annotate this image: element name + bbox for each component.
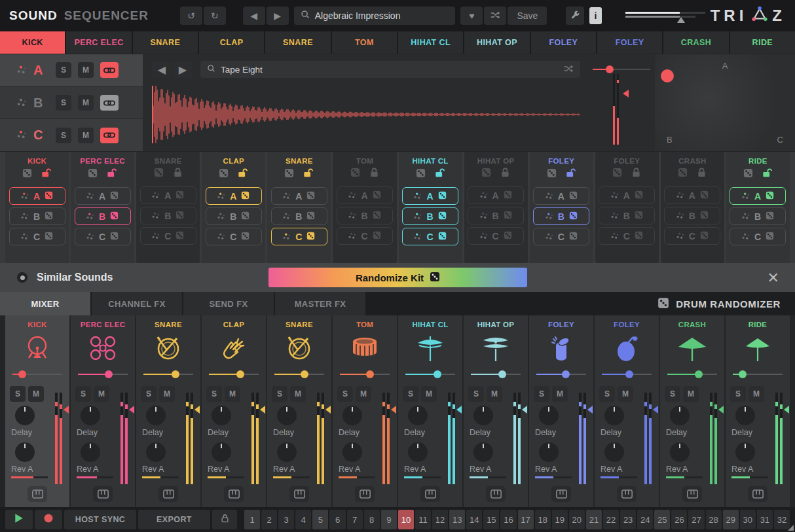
channel-solo-button[interactable]: S (730, 386, 746, 402)
play-button[interactable] (5, 510, 33, 529)
layer-slot-b[interactable]: B (206, 207, 262, 225)
slot-randomize-button[interactable] (569, 211, 578, 222)
reverb-send-knob[interactable] (15, 442, 35, 462)
layer-link-button[interactable] (100, 95, 119, 111)
column-randomize-button[interactable] (22, 168, 32, 181)
step-10[interactable]: 10 (398, 510, 414, 529)
channel-solo-button[interactable]: S (665, 386, 680, 402)
step-31[interactable]: 31 (757, 510, 773, 529)
next-preset-button[interactable]: ▶ (267, 7, 289, 25)
layer-slot-b[interactable]: B (468, 207, 524, 224)
settings-button[interactable] (566, 7, 584, 25)
channel-mute-button[interactable]: M (94, 386, 109, 402)
layer-slot-a[interactable]: A (730, 187, 786, 205)
layer-slot-c[interactable]: C (206, 228, 262, 245)
channel-mute-button[interactable]: M (421, 386, 437, 402)
layer-slot-a[interactable]: A (271, 187, 327, 205)
step-4[interactable]: 4 (295, 510, 311, 529)
layer-solo-button[interactable]: S (56, 62, 71, 78)
delay-send-knob[interactable] (539, 406, 559, 425)
slot-randomize-button[interactable] (110, 190, 119, 202)
delay-send-knob[interactable] (146, 406, 166, 425)
slot-randomize-button[interactable] (700, 190, 709, 202)
shuffle-preset-button[interactable] (484, 7, 506, 25)
layer-slot-c[interactable]: C (140, 227, 196, 245)
slot-randomize-button[interactable] (438, 231, 447, 243)
shuffle-sample-icon[interactable] (564, 63, 574, 75)
drum-tab-foley[interactable]: FOLEY (531, 31, 596, 54)
layer-slot-c[interactable]: C (664, 227, 720, 245)
pan-slider[interactable] (536, 370, 586, 378)
slot-randomize-button[interactable] (373, 210, 381, 222)
drum-tab-hihat-op[interactable]: HIHAT OP (464, 31, 529, 54)
channel-mute-button[interactable]: M (749, 386, 764, 402)
delay-send-knob[interactable] (81, 406, 100, 425)
slot-randomize-button[interactable] (569, 190, 578, 202)
prev-sample-button[interactable]: ◀ (152, 61, 172, 78)
randomize-kit-button[interactable]: Randomize Kit (268, 268, 527, 287)
column-lock-button[interactable] (631, 168, 641, 180)
pan-handle[interactable] (562, 370, 570, 378)
step-13[interactable]: 13 (449, 510, 465, 529)
channel-mute-button[interactable]: M (290, 386, 306, 402)
pan-slider[interactable] (667, 370, 717, 378)
layer-slot-c[interactable]: C (533, 228, 589, 245)
prev-preset-button[interactable]: ◀ (243, 7, 265, 25)
step-2[interactable]: 2 (261, 510, 277, 529)
pan-handle[interactable] (301, 370, 308, 378)
next-sample-button[interactable]: ▶ (173, 61, 193, 78)
pan-slider[interactable] (209, 370, 259, 378)
channel-solo-button[interactable]: S (599, 386, 615, 402)
redo-button[interactable]: ↻ (204, 7, 226, 25)
delay-send-knob[interactable] (604, 406, 624, 425)
step-28[interactable]: 28 (706, 510, 722, 529)
layer-xy-pad[interactable]: A B C (655, 54, 795, 151)
step-3[interactable]: 3 (278, 510, 294, 529)
layer-slot-a[interactable]: A (75, 187, 131, 205)
column-randomize-button[interactable] (350, 168, 360, 180)
slot-randomize-button[interactable] (504, 210, 512, 222)
drum-tab-foley[interactable]: FOLEY (597, 31, 662, 54)
step-17[interactable]: 17 (518, 510, 534, 529)
delay-send-knob[interactable] (670, 406, 690, 425)
channel-solo-button[interactable]: S (534, 386, 549, 402)
layer-volume-slider[interactable] (593, 67, 650, 71)
channel-mute-button[interactable]: M (552, 386, 568, 402)
step-30[interactable]: 30 (740, 510, 756, 529)
pan-slider[interactable] (405, 370, 455, 378)
slot-randomize-button[interactable] (373, 190, 381, 202)
slot-randomize-button[interactable] (241, 231, 250, 243)
host-sync-button[interactable]: HOST SYNC (64, 510, 136, 529)
layer-slot-a[interactable]: A (599, 186, 655, 204)
drum-tab-clap[interactable]: CLAP (199, 31, 264, 54)
slot-randomize-button[interactable] (176, 210, 184, 222)
channel-mute-button[interactable]: M (225, 386, 240, 402)
layer-mute-button[interactable]: M (78, 95, 94, 111)
slot-randomize-button[interactable] (766, 211, 774, 222)
column-randomize-button[interactable] (678, 168, 688, 180)
step-26[interactable]: 26 (671, 510, 687, 529)
step-27[interactable]: 27 (688, 510, 704, 529)
delay-send-knob[interactable] (473, 406, 493, 425)
layer-slot-c[interactable]: C (75, 228, 131, 245)
slot-randomize-button[interactable] (635, 190, 643, 202)
slot-randomize-button[interactable] (45, 211, 53, 222)
layer-slot-b[interactable]: B (664, 207, 720, 224)
fx-tab-master-fx[interactable]: MASTER FX (275, 292, 365, 315)
mixer-channel-foley[interactable]: FOLEYSMDelayRev A (529, 315, 593, 507)
column-lock-button[interactable] (173, 168, 183, 180)
step-11[interactable]: 11 (415, 510, 431, 529)
slot-randomize-button[interactable] (306, 190, 315, 202)
step-24[interactable]: 24 (637, 510, 653, 529)
slot-randomize-button[interactable] (700, 230, 709, 242)
info-button[interactable]: i (589, 7, 602, 24)
pan-slider[interactable] (602, 370, 652, 378)
layer-slot-b[interactable]: B (337, 207, 393, 224)
delay-send-knob[interactable] (342, 406, 362, 425)
reverb-send-knob[interactable] (212, 442, 231, 462)
channel-solo-button[interactable]: S (272, 386, 287, 402)
channel-solo-button[interactable]: S (75, 386, 91, 402)
layer-slot-a[interactable]: A (140, 186, 196, 204)
mixer-channel-foley[interactable]: FOLEYSMDelayRev A (595, 315, 659, 507)
channel-output-button[interactable] (486, 486, 506, 502)
